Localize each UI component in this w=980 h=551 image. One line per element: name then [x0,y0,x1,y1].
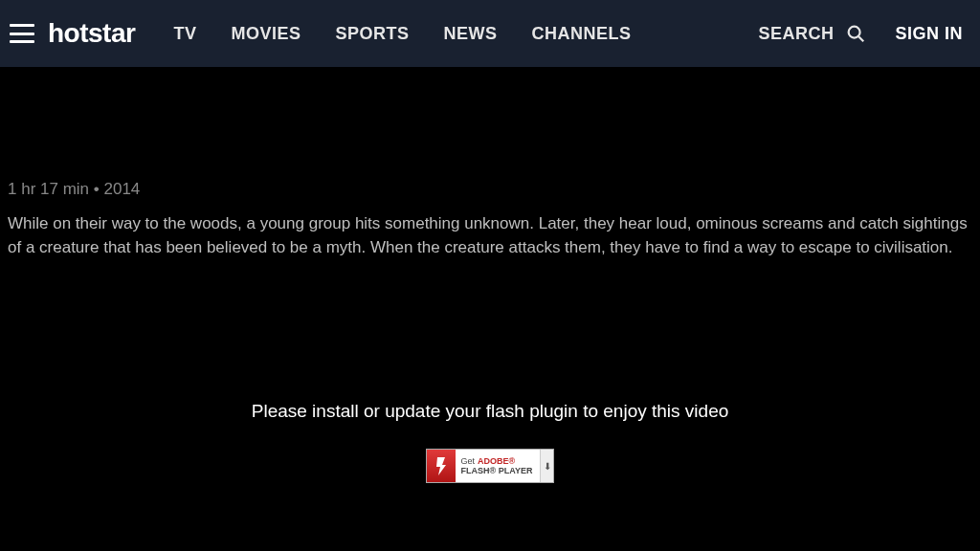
nav-channels[interactable]: CHANNELS [531,24,631,44]
meta-separator: • [94,180,100,198]
search-icon [845,23,866,44]
main-nav: TV MOVIES SPORTS NEWS CHANNELS [173,24,631,44]
download-icon: ⬇ [540,450,553,482]
search-button[interactable]: SEARCH [758,23,866,44]
flash-notice: Please install or update your flash plug… [8,401,972,483]
flash-product-label: FLASH® PLAYER [461,466,533,475]
flash-icon [427,450,456,482]
brand-logo[interactable]: hotstar [48,18,135,49]
flash-brand-label: ADOBE® [478,456,515,466]
search-label: SEARCH [758,24,834,44]
year: 2014 [103,180,140,198]
duration: 1 hr 17 min [8,180,89,198]
content-area: 1 hr 17 min • 2014 While on their way to… [0,180,980,483]
signin-button[interactable]: SIGN IN [895,24,963,44]
svg-point-0 [849,27,860,38]
svg-line-1 [859,36,864,41]
flash-install-button[interactable]: Get ADOBE® FLASH® PLAYER ⬇ [426,449,555,483]
video-meta: 1 hr 17 min • 2014 [8,180,972,199]
nav-sports[interactable]: SPORTS [335,24,409,44]
nav-tv[interactable]: TV [173,24,196,44]
nav-news[interactable]: NEWS [443,24,497,44]
header: hotstar TV MOVIES SPORTS NEWS CHANNELS S… [0,0,980,67]
nav-movies[interactable]: MOVIES [231,24,301,44]
flash-badge-text: Get ADOBE® FLASH® PLAYER [456,450,541,482]
menu-icon[interactable] [10,24,34,43]
video-description: While on their way to the woods, a young… [8,212,972,259]
flash-message: Please install or update your flash plug… [8,401,972,422]
flash-get-label: Get [461,456,476,466]
